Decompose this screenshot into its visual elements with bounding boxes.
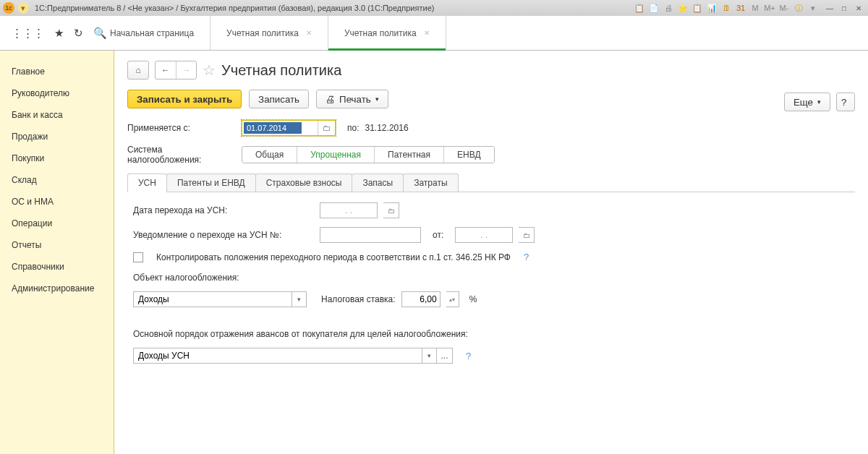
history-icon[interactable]: ↻ [74, 27, 83, 40]
dropdown-icon: ▾ [375, 95, 379, 103]
apps-icon[interactable]: ⋮⋮⋮ [12, 27, 44, 40]
applies-from-input[interactable]: 🗀 [242, 120, 336, 136]
applies-from-field[interactable] [244, 122, 302, 134]
tool-icon[interactable]: 📋 [634, 2, 645, 14]
calendar-icon[interactable]: 🗀 [383, 202, 399, 218]
printer-icon: 🖨 [326, 94, 335, 105]
tool-icon[interactable]: 📄 [648, 2, 660, 14]
sub-tab-insurance[interactable]: Страховые взносы [255, 174, 353, 192]
control-checkbox[interactable] [133, 252, 143, 262]
sidebar-item-operations[interactable]: Операции [0, 213, 114, 234]
tab-close-icon[interactable]: ✕ [424, 29, 430, 37]
main-area: Главное Руководителю Банк и касса Продаж… [0, 51, 868, 454]
home-button[interactable]: ⌂ [127, 61, 149, 80]
help-button[interactable]: ? [836, 93, 855, 111]
dropdown-icon[interactable]: ▾ [292, 291, 307, 307]
notice-number-input[interactable] [320, 227, 421, 243]
sidebar-item-catalogs[interactable]: Справочники [0, 256, 114, 278]
calendar-icon[interactable]: 🗀 [519, 227, 535, 243]
notice-row: Уведомление о переходе на УСН №: от: 🗀 [133, 227, 855, 243]
tool-dropdown-icon[interactable]: ▾ [807, 2, 819, 14]
usn-form: Дата перехода на УСН: 🗀 Уведомление о пе… [127, 202, 855, 364]
forward-button[interactable]: → [176, 61, 196, 79]
tool-icon[interactable]: 31 [735, 2, 746, 14]
transition-date-row: Дата перехода на УСН: 🗀 [133, 202, 855, 218]
tax-option-simplified[interactable]: Упрощенная [297, 147, 375, 163]
tax-option-patent[interactable]: Патентная [375, 147, 444, 163]
page-title: Учетная политика [221, 62, 341, 79]
tool-icon[interactable]: 🖨 [663, 2, 674, 14]
sidebar-item-admin[interactable]: Администрирование [0, 278, 114, 299]
sub-tab-costs[interactable]: Затраты [403, 174, 458, 192]
content-pane: ⌂ ← → ☆ Учетная политика Записать и закр… [114, 51, 868, 454]
tax-system-selector: Общая Упрощенная Патентная ЕНВД [242, 146, 495, 163]
minimize-button[interactable]: — [823, 3, 836, 13]
tax-rate-input[interactable] [401, 291, 441, 307]
info-icon[interactable]: ⓘ [793, 2, 804, 14]
app-menu-dropdown[interactable]: ▾ [17, 2, 29, 14]
sidebar-item-assets[interactable]: ОС и НМА [0, 191, 114, 213]
close-button[interactable]: ✕ [852, 3, 865, 13]
sub-tab-usn[interactable]: УСН [127, 174, 167, 192]
title-bar: 1c ▾ 1С:Предприниматель 8 / <Не указан> … [0, 0, 868, 16]
sidebar-item-bank[interactable]: Банк и касса [0, 104, 114, 126]
sidebar-item-purchases[interactable]: Покупки [0, 147, 114, 169]
applies-from-label: Применяется с: [127, 123, 236, 133]
tool-icon[interactable]: 📋 [692, 2, 703, 14]
help-link[interactable]: ? [466, 351, 471, 361]
page-header: ⌂ ← → ☆ Учетная политика [127, 61, 855, 80]
lookup-button[interactable]: ... [437, 348, 453, 364]
sub-tab-patents[interactable]: Патенты и ЕНВД [166, 174, 256, 192]
titlebar-tools: 📋 📄 🖨 ⭐ 📋 📊 🗓 31 M M+ M- ⓘ ▾ [634, 2, 819, 14]
dropdown-icon: ▾ [817, 98, 821, 106]
toolbar-icon-group: ⋮⋮⋮ ★ ↻ 🔍 [0, 16, 94, 50]
sub-tab-stock[interactable]: Запасы [352, 174, 404, 192]
dropdown-icon[interactable]: ▾ [422, 348, 437, 364]
tool-icon[interactable]: 📊 [706, 2, 718, 14]
control-checkbox-label: Контролировать положения переходного пер… [156, 252, 511, 262]
tool-icon[interactable]: 🗓 [720, 2, 732, 14]
sidebar-item-stock[interactable]: Склад [0, 169, 114, 191]
tab-label: Начальная страница [110, 28, 194, 38]
tax-option-general[interactable]: Общая [242, 147, 297, 163]
tool-icon[interactable]: M [749, 2, 761, 14]
sidebar-item-main[interactable]: Главное [0, 61, 114, 82]
tax-object-input[interactable] [133, 291, 292, 307]
tab-close-icon[interactable]: ✕ [306, 29, 312, 37]
calendar-icon[interactable]: 🗀 [318, 121, 335, 135]
tool-icon[interactable]: M- [778, 2, 790, 14]
maximize-button[interactable]: □ [838, 3, 851, 13]
object-value-row: ▾ Налоговая ставка: ▴▾ % [133, 291, 855, 307]
tab-accounting-policy-1[interactable]: Учетная политика ✕ [210, 16, 328, 50]
save-button[interactable]: Записать [249, 90, 309, 108]
help-link[interactable]: ? [524, 252, 529, 262]
tax-object-combo[interactable]: ▾ [133, 291, 307, 307]
advance-order-combo[interactable]: ▾ ... [133, 348, 453, 364]
transition-date-input[interactable] [320, 202, 378, 218]
tab-start-page[interactable]: Начальная страница [94, 16, 210, 50]
tax-option-envd[interactable]: ЕНВД [444, 147, 494, 163]
to-date-value: 31.12.2016 [365, 123, 409, 133]
notice-date-input[interactable] [455, 227, 513, 243]
tax-system-row: Система налогообложения: Общая Упрощенна… [127, 145, 855, 165]
to-label: по: [347, 123, 359, 133]
object-label: Объект налогообложения: [133, 273, 239, 283]
tab-accounting-policy-2[interactable]: Учетная политика ✕ [328, 16, 446, 50]
tab-label: Учетная политика [344, 28, 417, 38]
object-label-row: Объект налогообложения: [133, 273, 855, 283]
sidebar-item-reports[interactable]: Отчеты [0, 234, 114, 256]
advance-value-row: ▾ ... ? [133, 348, 855, 364]
sidebar-item-sales[interactable]: Продажи [0, 126, 114, 147]
advance-order-input[interactable] [133, 348, 422, 364]
stepper-icon[interactable]: ▴▾ [446, 291, 459, 307]
more-button[interactable]: Еще ▾ [784, 93, 830, 111]
tool-icon[interactable]: M+ [764, 2, 775, 14]
sidebar-item-manager[interactable]: Руководителю [0, 82, 114, 104]
print-button[interactable]: 🖨 Печать ▾ [316, 90, 388, 108]
tool-icon[interactable]: ⭐ [677, 2, 689, 14]
back-button[interactable]: ← [156, 61, 176, 79]
navigation-sidebar: Главное Руководителю Банк и касса Продаж… [0, 51, 114, 454]
save-and-close-button[interactable]: Записать и закрыть [127, 90, 242, 108]
favorite-icon[interactable]: ★ [54, 27, 64, 40]
favorite-star-icon[interactable]: ☆ [203, 61, 216, 79]
